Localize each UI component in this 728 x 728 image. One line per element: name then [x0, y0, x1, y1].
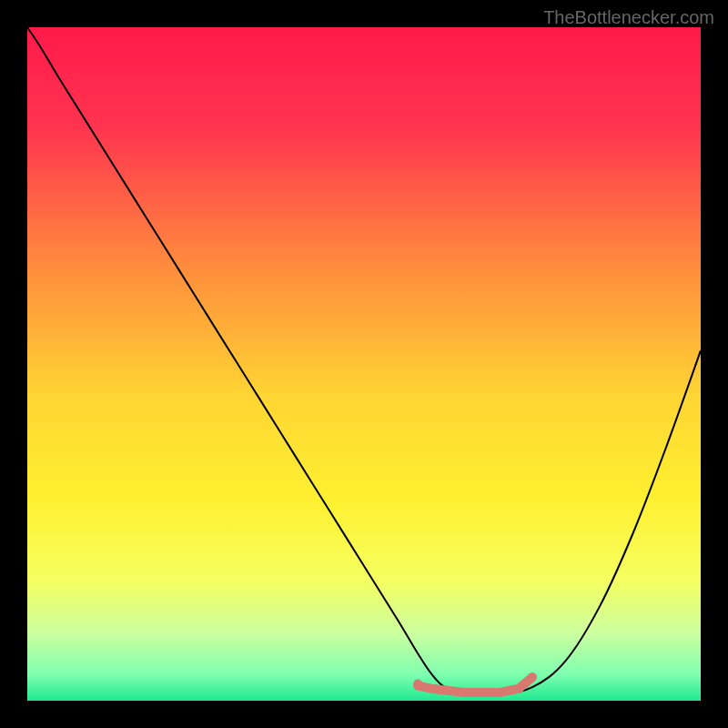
chart-svg [27, 27, 701, 701]
watermark-text: TheBottlenecker.com [543, 7, 714, 28]
chart-container: TheBottlenecker.com [0, 0, 728, 728]
gradient-background [27, 27, 701, 701]
marker-dot [413, 680, 422, 689]
plot-area [27, 27, 701, 701]
